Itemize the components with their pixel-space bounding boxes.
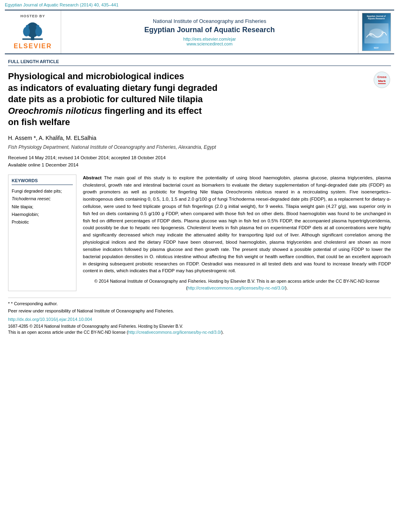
- title-section: Physiological and microbiological indice…: [8, 71, 391, 128]
- svg-text:Mark: Mark: [378, 79, 386, 83]
- main-content: FULL LENGTH ARTICLE Physiological and mi…: [0, 54, 399, 341]
- svg-text:Cross: Cross: [377, 75, 387, 79]
- corresponding-author-text: * Corresponding author.: [11, 301, 58, 306]
- open-access-line: This is an open access article under the…: [8, 329, 391, 336]
- url1[interactable]: http://ees.elsevier.com/ejar: [183, 37, 236, 41]
- copyright-text-main: © 2014 National Institute of Oceanograph…: [94, 279, 379, 290]
- keyword-4: Haemoglobin;: [12, 212, 73, 218]
- keywords-title: KEYWORDS: [12, 178, 73, 185]
- cover-subtitle: NIOF: [374, 47, 379, 49]
- dates-section: Received 14 May 2014; revised 14 October…: [8, 154, 391, 169]
- keywords-abstract-section: KEYWORDS Fungi degraded date pits; Trich…: [8, 175, 391, 291]
- elsevier-logo: ELSEVIER: [14, 20, 52, 50]
- keyword-1: Fungi degraded date pits;: [12, 188, 73, 194]
- star-symbol: *: [8, 301, 10, 306]
- header-bar: HOSTED BY ELSEVIER National Institute of…: [5, 10, 394, 54]
- elsevier-wordmark: ELSEVIER: [14, 43, 52, 50]
- svg-point-12: [381, 31, 384, 33]
- doi-link[interactable]: http://dx.doi.org/10.1016/j.ejar.2014.10…: [8, 317, 92, 322]
- cover-image-placeholder: [364, 23, 389, 43]
- svg-point-7: [36, 25, 39, 28]
- svg-point-11: [369, 33, 372, 36]
- title-italic: Oreochromis niloticus: [8, 106, 102, 116]
- title-line2: as indicators of evaluating dietary fung…: [8, 83, 218, 93]
- journal-ref-link[interactable]: Egyptian Journal of Aquatic Research (20…: [0, 0, 399, 10]
- cover-title: Egyptian Journal of Aquatic Research: [364, 15, 389, 20]
- journal-title: Egyptian Journal of Aquatic Research: [144, 26, 275, 34]
- received-date: Received 14 May 2014; revised 14 October…: [8, 154, 391, 161]
- title-line5: on fish welfare: [8, 117, 70, 127]
- cover-inner: Egyptian Journal of Aquatic Research NIO…: [362, 13, 391, 51]
- crossmark-icon[interactable]: Cross Mark: [373, 71, 391, 89]
- journal-link-top[interactable]: Egyptian Journal of Aquatic Research (20…: [0, 0, 399, 10]
- title-line1: Physiological and microbiological indice…: [8, 71, 184, 81]
- institute-name: National Institute of Oceanography and F…: [153, 18, 266, 24]
- title-line4-rest: fingerling and its effect: [102, 106, 202, 116]
- svg-rect-8: [37, 28, 39, 31]
- elsevier-logo-section: HOSTED BY ELSEVIER: [5, 10, 61, 53]
- hosted-by-label: HOSTED BY: [21, 14, 45, 18]
- abstract-label: Abstract: [83, 175, 102, 180]
- affiliation: Fish Physiology Department, National Ins…: [8, 144, 391, 150]
- article-title: Physiological and microbiological indice…: [8, 71, 369, 128]
- keyword-5: Probiotic: [12, 219, 73, 225]
- issn-line: 1687-4285 © 2014 National Institute of O…: [8, 323, 391, 330]
- abstract-body: The main goal of this study is to explor…: [83, 175, 391, 273]
- svg-rect-6: [27, 28, 29, 31]
- copyright-link[interactable]: http://creativecommons.org/licenses/by-n…: [187, 286, 285, 290]
- authors: H. Assem *, A. Khalifa, M. ELSalhia: [8, 135, 391, 141]
- corresponding-author-note: * * Corresponding author.: [8, 301, 391, 306]
- copyright-notice: © 2014 National Institute of Oceanograph…: [83, 278, 391, 291]
- journal-cover-section: Egyptian Journal of Aquatic Research NIO…: [358, 10, 394, 53]
- keyword-3: Nile tilapia;: [12, 204, 73, 210]
- journal-urls: http://ees.elsevier.com/ejar www.science…: [183, 37, 236, 46]
- abstract-section: Abstract The main goal of this study is …: [83, 175, 391, 291]
- url2[interactable]: www.sciencedirect.com: [183, 41, 236, 46]
- available-date: Available online 1 December 2014: [8, 161, 391, 168]
- article-type-label: FULL LENGTH ARTICLE: [8, 59, 391, 66]
- keyword-2: Trichoderma reesei;: [12, 196, 73, 202]
- svg-rect-4: [23, 39, 43, 40]
- cover-artwork-icon: [364, 23, 389, 43]
- keywords-box: KEYWORDS Fungi degraded date pits; Trich…: [8, 175, 76, 291]
- open-access-link[interactable]: http://creativecommons.org/licenses/by-n…: [128, 330, 221, 335]
- footer-section: * * Corresponding author. Peer review un…: [8, 298, 391, 336]
- journal-header-center: National Institute of Oceanography and F…: [61, 10, 358, 53]
- elsevier-tree-icon: [19, 20, 47, 42]
- svg-point-5: [26, 25, 29, 28]
- abstract-text: Abstract The main goal of this study is …: [83, 175, 391, 275]
- peer-review-note: Peer review under responsibility of Nati…: [8, 308, 391, 314]
- doi-line: http://dx.doi.org/10.1016/j.ejar.2014.10…: [8, 317, 391, 322]
- journal-cover-image: Egyptian Journal of Aquatic Research NIO…: [362, 13, 391, 51]
- title-line3: date pits as a probiotic for cultured Ni…: [8, 94, 203, 104]
